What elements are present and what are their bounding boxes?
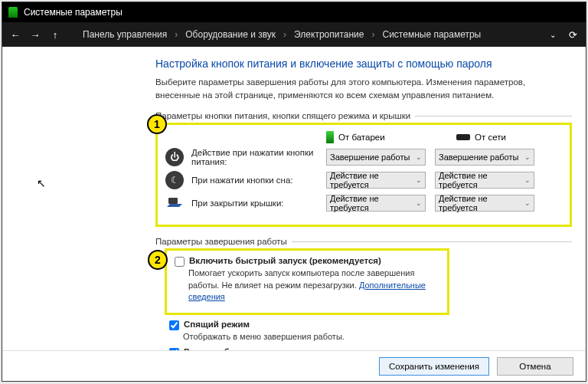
group-label-buttons: Параметры кнопки питания, кнопки спящего… xyxy=(155,111,415,120)
fast-startup-checkbox[interactable] xyxy=(175,257,185,267)
fast-startup-label: Включить быстрый запуск (рекомендуется) xyxy=(189,256,381,265)
power-ac-select[interactable]: Завершение работы⌄ xyxy=(435,149,534,166)
sleep-label: Спящий режим xyxy=(184,320,250,329)
battery-icon xyxy=(326,131,334,143)
chevron-down-icon: ⌄ xyxy=(416,199,422,207)
sleep-checkbox[interactable] xyxy=(169,320,179,330)
breadcrumb[interactable]: Системные параметры xyxy=(382,29,481,40)
titlebar: Системные параметры xyxy=(2,2,586,22)
refresh-button[interactable]: ⟳ xyxy=(566,28,580,41)
chevron-down-icon: ⌄ xyxy=(524,176,531,184)
row-label: При закрытии крышки: xyxy=(191,199,326,208)
chevron-right-icon: › xyxy=(175,29,178,40)
up-button[interactable]: ↑ xyxy=(48,28,62,41)
chevron-down-icon[interactable]: ⌄ xyxy=(546,28,560,41)
power-button-row: ⏻ Действие при нажатии кнопки питания: З… xyxy=(165,148,562,166)
chevron-down-icon: ⌄ xyxy=(416,176,422,184)
column-headers: От батареи От сети xyxy=(326,131,562,143)
back-button[interactable]: ← xyxy=(8,28,22,41)
window-title: Системные параметры xyxy=(24,7,122,18)
breadcrumb[interactable]: Электропитание xyxy=(294,29,364,40)
page-description: Выберите параметры завершения работы для… xyxy=(155,76,572,101)
lid-battery-select[interactable]: Действие не требуется⌄ xyxy=(326,195,426,212)
power-icon: ⏻ xyxy=(165,148,184,166)
sleep-desc: Отображать в меню завершения работы. xyxy=(183,331,572,343)
save-button[interactable]: Сохранить изменения xyxy=(379,357,489,376)
sleep-button-row: ☾ При нажатии кнопки сна: Действие не тр… xyxy=(165,171,562,189)
col-battery-label: От батареи xyxy=(338,133,385,142)
chevron-down-icon: ⌄ xyxy=(524,199,531,207)
breadcrumb[interactable]: Оборудование и звук xyxy=(185,29,276,40)
highlight-box-1: 1 От батареи От сети ⏻ Действие при нажа… xyxy=(155,123,572,227)
group-label-shutdown: Параметры завершения работы xyxy=(155,237,292,246)
highlight-box-2: Включить быстрый запуск (рекомендуется) … xyxy=(165,248,449,314)
sleep-battery-select[interactable]: Действие не требуется⌄ xyxy=(326,172,426,189)
row-label: Действие при нажатии кнопки питания: xyxy=(191,148,326,166)
lid-ac-select[interactable]: Действие не требуется⌄ xyxy=(435,195,534,212)
col-ac-label: От сети xyxy=(475,133,506,142)
cursor-icon: ↖ xyxy=(37,177,46,189)
hibernate-label: Режим гибернации xyxy=(184,347,266,350)
battery-nav-icon xyxy=(68,30,77,40)
lid-close-row: При закрытии крышки: Действие не требует… xyxy=(165,194,562,212)
content-area: ↖ Настройка кнопок питания и включение з… xyxy=(2,47,586,350)
row-label: При нажатии кнопки сна: xyxy=(191,176,326,185)
lid-icon xyxy=(165,194,184,212)
annotation-badge-1: 1 xyxy=(147,114,167,134)
chevron-down-icon: ⌄ xyxy=(416,153,422,161)
fast-startup-desc: Помогает ускорить запуск компьютера посл… xyxy=(188,267,441,303)
page-title: Настройка кнопок питания и включение защ… xyxy=(155,57,572,70)
sleep-icon: ☾ xyxy=(165,171,184,189)
hibernate-checkbox[interactable] xyxy=(169,348,179,350)
plug-icon xyxy=(456,134,470,140)
power-battery-select[interactable]: Завершение работы⌄ xyxy=(326,149,426,166)
footer: Сохранить изменения Отмена xyxy=(2,350,586,381)
chevron-right-icon: › xyxy=(371,29,374,40)
navbar: ← → ↑ Панель управления › Оборудование и… xyxy=(2,22,586,47)
chevron-right-icon: › xyxy=(283,29,286,40)
battery-title-icon xyxy=(8,7,18,18)
chevron-down-icon: ⌄ xyxy=(524,153,531,161)
sleep-ac-select[interactable]: Действие не требуется⌄ xyxy=(435,172,534,189)
breadcrumb[interactable]: Панель управления xyxy=(83,29,167,40)
cancel-button[interactable]: Отмена xyxy=(497,357,573,376)
forward-button[interactable]: → xyxy=(28,28,42,41)
control-panel-window: Системные параметры ← → ↑ Панель управле… xyxy=(2,2,586,382)
svg-rect-0 xyxy=(168,198,178,204)
